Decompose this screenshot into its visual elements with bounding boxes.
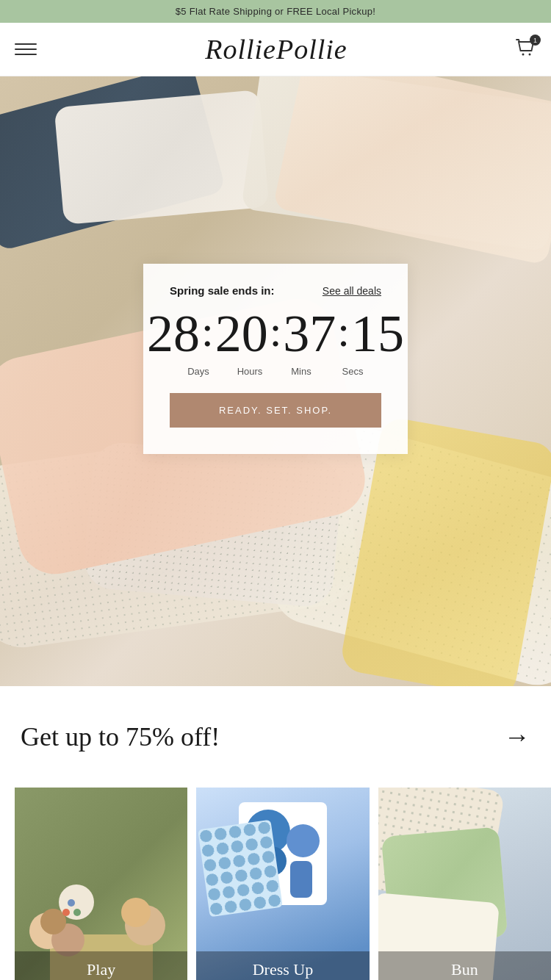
category-play-name: Play — [21, 960, 181, 979]
svg-point-1 — [528, 54, 530, 56]
countdown-header: Spring sale ends in: See all deals — [170, 284, 381, 297]
category-play-overlay: Play Toys for Tots — [15, 951, 187, 980]
label-mins: Mins — [276, 366, 327, 377]
deals-arrow-button[interactable]: → — [504, 724, 530, 750]
see-all-deals-link[interactable]: See all deals — [323, 285, 381, 297]
label-secs: Secs — [327, 366, 378, 377]
countdown-secs: 15 — [351, 307, 404, 360]
deals-title: Get up to 75% off! — [21, 721, 220, 752]
countdown-labels: Days Hours Mins Secs — [170, 366, 381, 377]
countdown-card: Spring sale ends in: See all deals 28 : … — [143, 264, 408, 454]
swaddle-roll-2 — [54, 90, 270, 225]
shop-now-button[interactable]: READY. SET. SHOP. — [170, 393, 381, 428]
header: RolliePollie 1 — [0, 23, 551, 76]
svg-point-0 — [522, 54, 524, 56]
deals-section: Get up to 75% off! → — [0, 686, 551, 770]
colon-1: : — [201, 309, 214, 358]
countdown-title: Spring sale ends in: — [170, 284, 275, 297]
colon-2: : — [270, 309, 282, 358]
colon-3: : — [337, 309, 350, 358]
logo-text: RolliePollie — [205, 34, 347, 65]
category-dressup-name: Dress Up — [202, 960, 363, 979]
announcement-text: $5 Flat Rate Shipping or FREE Local Pick… — [176, 6, 375, 17]
cart-count: 1 — [530, 35, 541, 46]
cart-button[interactable]: 1 — [516, 37, 536, 61]
category-blankies[interactable]: Bun Blankies — [378, 788, 551, 980]
hero-section: Spring sale ends in: See all deals 28 : … — [0, 76, 551, 686]
menu-button[interactable] — [15, 43, 37, 55]
category-blankies-overlay: Bun Blankies — [378, 951, 551, 980]
countdown-days: 28 — [147, 307, 200, 360]
category-dressup-overlay: Dress Up Dress Up — [196, 951, 369, 980]
category-dressup[interactable]: Dress Up Dress Up — [196, 788, 369, 980]
countdown-hours: 20 — [215, 307, 268, 360]
logo[interactable]: RolliePollie — [205, 33, 347, 65]
countdown-numbers: 28 : 20 : 37 : 15 — [170, 307, 381, 360]
category-grid: Play Toys for Tots — [0, 770, 551, 980]
label-days: Days — [173, 366, 224, 377]
announcement-bar: $5 Flat Rate Shipping or FREE Local Pick… — [0, 0, 551, 23]
category-blankies-name: Bun — [384, 960, 545, 979]
category-play[interactable]: Play Toys for Tots — [15, 788, 187, 980]
countdown-mins: 37 — [283, 307, 336, 360]
label-hours: Hours — [224, 366, 276, 377]
